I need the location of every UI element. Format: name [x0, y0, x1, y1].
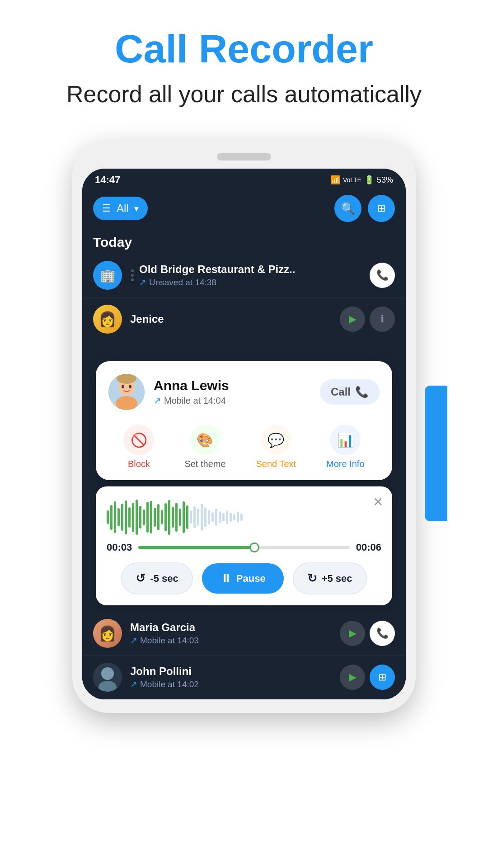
- contact-card-top: Anna Lewis ↗ Mobile at 14:04 Call 📞: [108, 374, 380, 410]
- svg-point-5: [129, 385, 131, 388]
- wave-bar: [211, 512, 214, 522]
- more-info-icon: 📊: [337, 432, 354, 448]
- pause-icon: ⏸: [220, 571, 232, 585]
- status-bar: 14:47 📶 VoLTE 🔋 53%: [82, 169, 406, 189]
- phone-call-icon: 📞: [355, 386, 369, 398]
- call-item-john[interactable]: John Pollini ↗ Mobile at 14:02 ▶ ⊞: [82, 656, 406, 699]
- block-icon: 🚫: [131, 432, 147, 448]
- person-icon: 👩: [99, 311, 117, 328]
- play-icon: ▶: [349, 671, 357, 683]
- wave-bar: [183, 501, 185, 533]
- maria-avatar: 👩: [93, 619, 122, 648]
- jenice-call-actions: ▶ ℹ: [340, 307, 395, 332]
- call-item-restaurant[interactable]: 🏢 Old Bridge Restaurant & Pizz.. ↗ Unsav…: [82, 254, 406, 297]
- progress-fill: [138, 546, 254, 549]
- current-time: 00:03: [107, 542, 132, 553]
- rewind-icon: ↺: [136, 571, 145, 585]
- restaurant-name: Old Bridge Restaurant & Pizz..: [139, 263, 370, 276]
- restaurant-call-info: Old Bridge Restaurant & Pizz.. ↗ Unsaved…: [139, 263, 370, 288]
- rewind-button[interactable]: ↺ -5 sec: [121, 562, 192, 594]
- john-play-button[interactable]: ▶: [340, 665, 365, 690]
- phone-icon: 📞: [376, 627, 389, 639]
- john-detail: ↗ Mobile at 14:02: [130, 679, 340, 689]
- block-label: Block: [128, 459, 150, 469]
- contact-avatar: [108, 374, 145, 410]
- wave-bar: [121, 504, 123, 531]
- time-row: 00:03 00:06: [107, 542, 381, 553]
- block-action[interactable]: 🚫 Block: [123, 425, 154, 469]
- grid-button[interactable]: ⊞: [368, 195, 395, 222]
- dots-indicator: [130, 269, 135, 281]
- more-info-action[interactable]: 📊 More Info: [326, 425, 364, 469]
- wave-bar: [168, 500, 170, 535]
- john-avatar: [93, 663, 122, 692]
- grid-icon: ⊞: [378, 671, 386, 683]
- call-item-jenice[interactable]: 👩 Jenice ▶ ℹ: [82, 297, 406, 361]
- jenice-avatar: 👩: [93, 305, 122, 334]
- phone-screen: 14:47 📶 VoLTE 🔋 53% ☰ All ▾ 🔍: [82, 169, 406, 699]
- restaurant-avatar: 🏢: [93, 261, 122, 290]
- maria-call-actions: ▶ 📞: [340, 621, 395, 646]
- info-icon: ℹ: [380, 313, 384, 325]
- more-info-icon-circle: 📊: [330, 425, 361, 455]
- wave-bar: [136, 500, 138, 535]
- chevron-down-icon: ▾: [134, 203, 139, 214]
- john-grid-button[interactable]: ⊞: [370, 665, 395, 690]
- anna-avatar-image: [108, 374, 145, 410]
- wave-bar: [179, 509, 181, 526]
- player-close-button[interactable]: ✕: [373, 495, 383, 509]
- wave-bar: [201, 504, 203, 531]
- wave-bar: [132, 503, 134, 532]
- wave-bar: [226, 510, 228, 524]
- outgoing-arrow-icon: ↗: [130, 679, 137, 689]
- pause-button[interactable]: ⏸ Pause: [202, 563, 284, 594]
- theme-icon-circle: 🎨: [190, 425, 221, 455]
- call-item-maria[interactable]: 👩 Maria Garcia ↗ Mobile at 14:03 ▶: [82, 612, 406, 656]
- contact-call-button[interactable]: Call 📞: [320, 379, 380, 405]
- restaurant-call-button[interactable]: 📞: [370, 263, 395, 288]
- wave-bar: [222, 513, 225, 521]
- jenice-name: Jenice: [130, 313, 340, 326]
- rewind-label: -5 sec: [150, 573, 178, 585]
- call-button-label: Call: [331, 386, 351, 398]
- send-text-icon: 💬: [267, 432, 284, 448]
- wave-bar: [143, 509, 145, 525]
- wave-bar: [186, 505, 188, 529]
- search-button[interactable]: 🔍: [334, 195, 361, 222]
- send-text-icon-circle: 💬: [261, 425, 291, 455]
- progress-track[interactable]: [138, 546, 349, 549]
- wave-bar: [237, 512, 239, 523]
- send-text-label: Send Text: [256, 459, 296, 469]
- signal-icon: 📶: [330, 175, 340, 185]
- maria-phone-button[interactable]: 📞: [370, 621, 395, 646]
- maria-avatar-icon: 👩: [99, 625, 117, 642]
- forward-label: +5 sec: [322, 573, 352, 585]
- wave-bar: [128, 507, 131, 528]
- maria-play-button[interactable]: ▶: [340, 621, 365, 646]
- wave-bar: [164, 503, 167, 531]
- forward-button[interactable]: ↻ +5 sec: [293, 562, 367, 594]
- wave-bar: [233, 514, 235, 520]
- filter-icon: ☰: [102, 203, 111, 214]
- restaurant-detail: ↗ Unsaved at 14:38: [139, 277, 370, 288]
- wave-bar: [110, 505, 113, 530]
- phone-notch: [217, 153, 271, 160]
- wave-bar: [146, 502, 149, 533]
- wave-bar: [208, 510, 210, 524]
- jenice-info-button[interactable]: ℹ: [370, 307, 395, 332]
- status-time: 14:47: [95, 174, 120, 186]
- wave-bar: [215, 509, 217, 526]
- wave-bar: [240, 514, 243, 521]
- jenice-play-button[interactable]: ▶: [340, 307, 365, 332]
- app-bar: ☰ All ▾ 🔍 ⊞: [82, 189, 406, 229]
- wave-bar: [197, 509, 199, 526]
- action-row: 🚫 Block 🎨 Set theme 💬 Se: [108, 421, 380, 471]
- set-theme-action[interactable]: 🎨 Set theme: [184, 425, 225, 469]
- outgoing-icon: ↗: [154, 395, 161, 406]
- wave-bar: [219, 511, 221, 523]
- send-text-action[interactable]: 💬 Send Text: [256, 425, 296, 469]
- filter-label: All: [117, 202, 129, 215]
- filter-pill[interactable]: ☰ All ▾: [93, 197, 148, 220]
- today-section-label: Today: [82, 229, 406, 254]
- vol-icon: VoLTE: [343, 176, 361, 184]
